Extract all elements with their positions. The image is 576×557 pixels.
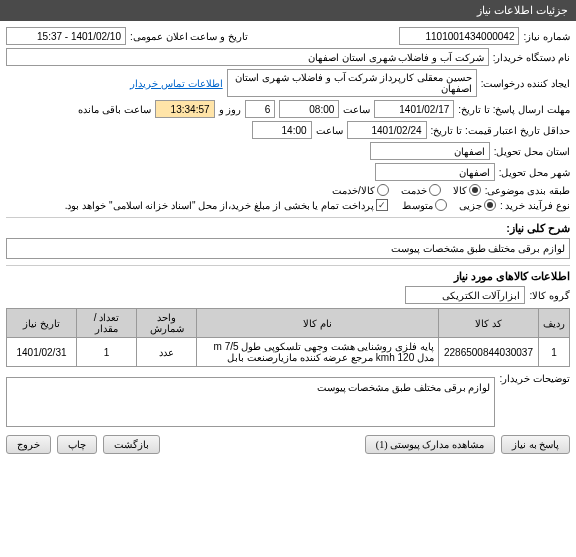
- th-code: کد کالا: [439, 309, 539, 338]
- th-unit: واحد شمارش: [137, 309, 197, 338]
- th-name: نام کالا: [197, 309, 439, 338]
- attachments-button[interactable]: مشاهده مدارک پیوستی (1): [365, 435, 495, 454]
- cell-qty: 1: [77, 338, 137, 367]
- radio-dot-icon: [435, 199, 447, 211]
- validity-label: حداقل تاریخ اعتبار قیمت: تا تاریخ:: [431, 125, 570, 136]
- deadline-time: 08:00: [279, 100, 339, 118]
- province: اصفهان: [370, 142, 490, 160]
- treasury-note: پرداخت تمام یا بخشی از مبلغ خرید،از محل …: [65, 200, 374, 211]
- window-title: جزئیات اطلاعات نیاز: [477, 4, 568, 16]
- buyer-name: شرکت آب و فاضلاب شهری استان اصفهان: [6, 48, 489, 66]
- need-number: 1101001434000042: [399, 27, 519, 45]
- button-row: پاسخ به نیاز مشاهده مدارک پیوستی (1) باز…: [6, 435, 570, 460]
- city: اصفهان: [375, 163, 495, 181]
- notes-label: توضیحات خریدار:: [499, 373, 570, 384]
- radio-both-label: کالا/خدمت: [332, 185, 375, 196]
- radio-dot-icon: [484, 199, 496, 211]
- radio-goods-label: کالا: [453, 185, 467, 196]
- treasury-check[interactable]: پرداخت تمام یا بخشی از مبلغ خرید،از محل …: [65, 199, 388, 211]
- table-row[interactable]: 1 2286500844030037 پایه فلزی روشنایی هشت…: [7, 338, 570, 367]
- radio-dot-icon: [377, 184, 389, 196]
- validity-date: 1401/02/24: [347, 121, 427, 139]
- radio-dot-icon: [469, 184, 481, 196]
- desc-title: شرح کلی نیاز:: [6, 217, 570, 235]
- buyer-label: نام دستگاه خریدار:: [493, 52, 570, 63]
- public-date-label: تاریخ و ساعت اعلان عمومی:: [130, 31, 248, 42]
- category-radio-group: کالا خدمت کالا/خدمت: [332, 184, 481, 196]
- time-label-2: ساعت: [316, 125, 343, 136]
- remaining-label: ساعت باقی مانده: [78, 104, 151, 115]
- process-label: نوع فرآیند خرید :: [500, 200, 570, 211]
- table-header-row: ردیف کد کالا نام کالا واحد شمارش تعداد /…: [7, 309, 570, 338]
- main-content: شماره نیاز: 1101001434000042 تاریخ و ساع…: [0, 21, 576, 466]
- group-value: ابزارآلات الکتریکی: [405, 286, 525, 304]
- days-remaining: 6: [245, 100, 275, 118]
- print-button[interactable]: چاپ: [57, 435, 97, 454]
- days-label: روز و: [219, 104, 242, 115]
- buyer-notes: لوازم برقی مختلف طبق مشخصات پیوست: [6, 377, 495, 427]
- th-qty: تعداد / مقدار: [77, 309, 137, 338]
- radio-medium[interactable]: متوسط: [402, 199, 447, 211]
- contact-link[interactable]: اطلاعات تماس خریدار: [130, 78, 223, 89]
- cell-date: 1401/02/31: [7, 338, 77, 367]
- city-label: شهر محل تحویل:: [499, 167, 570, 178]
- exit-button[interactable]: خروج: [6, 435, 51, 454]
- th-row: ردیف: [539, 309, 570, 338]
- reply-button[interactable]: پاسخ به نیاز: [501, 435, 570, 454]
- back-button[interactable]: بازگشت: [103, 435, 160, 454]
- time-label-1: ساعت: [343, 104, 370, 115]
- group-label: گروه کالا:: [529, 290, 570, 301]
- radio-service-label: خدمت: [401, 185, 427, 196]
- validity-time: 14:00: [252, 121, 312, 139]
- cell-unit: عدد: [137, 338, 197, 367]
- cell-code: 2286500844030037: [439, 338, 539, 367]
- items-title: اطلاعات کالاهای مورد نیاز: [6, 265, 570, 283]
- deadline-label: مهلت ارسال پاسخ: تا تاریخ:: [458, 104, 570, 115]
- public-date: 1401/02/10 - 15:37: [6, 27, 126, 45]
- items-table: ردیف کد کالا نام کالا واحد شمارش تعداد /…: [6, 308, 570, 367]
- radio-small-label: جزیی: [459, 200, 482, 211]
- number-label: شماره نیاز:: [523, 31, 570, 42]
- countdown: 13:34:57: [155, 100, 215, 118]
- window-title-bar: جزئیات اطلاعات نیاز: [0, 0, 576, 21]
- radio-both[interactable]: کالا/خدمت: [332, 184, 389, 196]
- category-label: طبقه بندی موضوعی:: [485, 185, 570, 196]
- radio-small[interactable]: جزیی: [459, 199, 496, 211]
- radio-goods[interactable]: کالا: [453, 184, 481, 196]
- cell-name: پایه فلزی روشنایی هشت وجهی تلسکوپی طول m…: [197, 338, 439, 367]
- radio-service[interactable]: خدمت: [401, 184, 441, 196]
- province-label: استان محل تحویل:: [494, 146, 570, 157]
- th-date: تاریخ نیاز: [7, 309, 77, 338]
- creator-name: حسین معقلی کارپرداز شرکت آب و فاضلاب شهر…: [227, 69, 477, 97]
- deadline-date: 1401/02/17: [374, 100, 454, 118]
- radio-dot-icon: [429, 184, 441, 196]
- desc-box: لوازم برقی مختلف طبق مشخصات پیوست: [6, 238, 570, 259]
- process-radio-group: جزیی متوسط: [402, 199, 496, 211]
- checkbox-icon: [376, 199, 388, 211]
- creator-label: ایجاد کننده درخواست:: [481, 78, 570, 89]
- radio-medium-label: متوسط: [402, 200, 433, 211]
- cell-row: 1: [539, 338, 570, 367]
